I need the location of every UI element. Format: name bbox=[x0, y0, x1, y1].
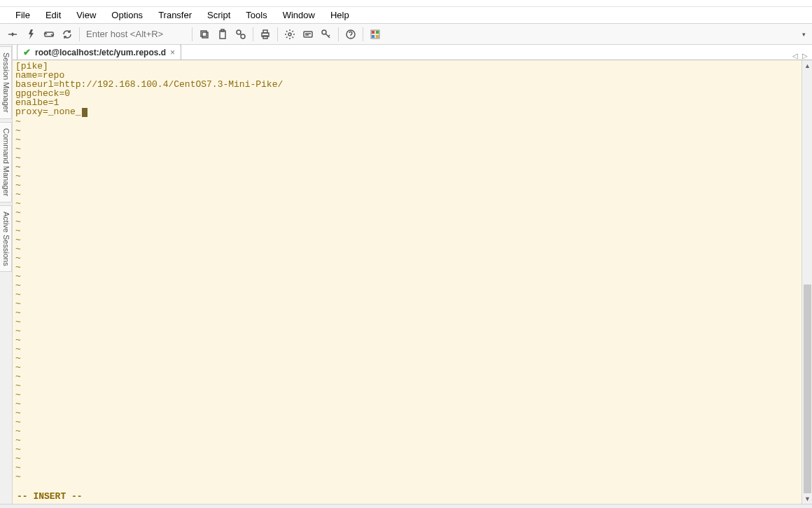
vim-empty-line: ~ bbox=[15, 418, 799, 427]
toolbar-separator bbox=[363, 27, 363, 41]
svg-rect-16 bbox=[376, 31, 379, 34]
connected-check-icon: ✔ bbox=[23, 47, 31, 57]
menu-file[interactable]: File bbox=[8, 8, 37, 22]
titlebar-stub bbox=[0, 0, 812, 7]
menu-options[interactable]: Options bbox=[104, 8, 150, 22]
toolbar-overflow-icon[interactable]: ▾ bbox=[799, 31, 808, 38]
vim-empty-line: ~ bbox=[15, 181, 799, 190]
terminal-line: enalbe=1 bbox=[15, 98, 799, 107]
scroll-up-icon[interactable]: ▲ bbox=[802, 60, 812, 71]
svg-rect-15 bbox=[372, 31, 374, 34]
vim-empty-line: ~ bbox=[15, 272, 799, 281]
vim-empty-line: ~ bbox=[15, 399, 799, 409]
vim-empty-line: ~ bbox=[15, 135, 799, 144]
cursor-icon bbox=[82, 108, 88, 117]
terminal[interactable]: [pike]name=repobaseurl=http://192.168.10… bbox=[13, 60, 802, 504]
vim-empty-line: ~ bbox=[15, 381, 799, 390]
vim-empty-line: ~ bbox=[15, 144, 799, 153]
tab-strip: ✔ root@localhost:/etc/yum.repos.d × ◁ ▷ bbox=[13, 45, 812, 60]
vim-empty-line: ~ bbox=[15, 117, 799, 126]
vim-empty-line: ~ bbox=[15, 208, 799, 217]
terminal-line: gpgcheck=0 bbox=[15, 89, 799, 98]
vim-empty-line: ~ bbox=[15, 363, 799, 372]
vim-empty-line: ~ bbox=[15, 245, 799, 254]
menu-script[interactable]: Script bbox=[200, 8, 237, 22]
reconnect-icon[interactable] bbox=[41, 26, 57, 43]
vim-empty-line: ~ bbox=[15, 436, 799, 445]
tab-prev-icon[interactable]: ◁ bbox=[792, 52, 798, 60]
host-input[interactable] bbox=[83, 27, 188, 41]
scroll-down-icon[interactable]: ▼ bbox=[802, 493, 812, 504]
vim-empty-line: ~ bbox=[15, 254, 799, 263]
key-icon[interactable] bbox=[318, 26, 335, 43]
tab-next-icon[interactable]: ▷ bbox=[802, 52, 808, 60]
svg-rect-17 bbox=[372, 35, 374, 38]
vim-empty-line: ~ bbox=[15, 126, 799, 135]
vim-empty-line: ~ bbox=[15, 281, 799, 290]
terminal-line: baseurl=http://192.168.100.4/CentOS7.3-M… bbox=[15, 80, 799, 89]
vim-empty-line: ~ bbox=[15, 336, 799, 345]
connect-icon[interactable] bbox=[4, 26, 21, 43]
vim-empty-line: ~ bbox=[15, 409, 799, 418]
toolbar-separator bbox=[277, 27, 278, 41]
copy-icon[interactable] bbox=[196, 26, 213, 43]
menu-edit[interactable]: Edit bbox=[38, 8, 68, 22]
status-bar bbox=[0, 504, 812, 508]
tab-nav: ◁ ▷ bbox=[792, 52, 812, 60]
reconnect-all-icon[interactable] bbox=[59, 26, 76, 43]
toolbar-separator bbox=[79, 27, 80, 41]
side-tab-session-manager[interactable]: Session Manager bbox=[0, 46, 12, 119]
toolbar: ▾ bbox=[0, 24, 812, 45]
settings-icon[interactable] bbox=[281, 26, 298, 43]
menu-transfer[interactable]: Transfer bbox=[151, 8, 199, 22]
svg-rect-9 bbox=[263, 36, 267, 39]
find-icon[interactable] bbox=[232, 26, 249, 43]
menu-window[interactable]: Window bbox=[276, 8, 322, 22]
svg-rect-1 bbox=[201, 31, 206, 36]
vim-empty-line: ~ bbox=[15, 327, 799, 336]
paste-icon[interactable] bbox=[214, 26, 231, 43]
menu-tools[interactable]: Tools bbox=[239, 8, 274, 22]
svg-rect-11 bbox=[304, 32, 312, 37]
vim-empty-line: ~ bbox=[15, 290, 799, 299]
menu-bar: File Edit View Options Transfer Script T… bbox=[0, 7, 812, 24]
vertical-scrollbar[interactable]: ▲ ▼ bbox=[802, 60, 812, 504]
vim-empty-line: ~ bbox=[15, 217, 799, 226]
vim-empty-line: ~ bbox=[15, 445, 799, 454]
vim-empty-line: ~ bbox=[15, 472, 799, 481]
vim-empty-line: ~ bbox=[15, 354, 799, 363]
vim-empty-line: ~ bbox=[15, 299, 799, 308]
scroll-thumb[interactable] bbox=[804, 284, 811, 495]
tab-title: root@localhost:/etc/yum.repos.d bbox=[35, 48, 166, 57]
menu-view[interactable]: View bbox=[69, 8, 103, 22]
vim-empty-line: ~ bbox=[15, 308, 799, 317]
side-tab-active-sessions[interactable]: Active Sessions bbox=[0, 205, 12, 273]
help-icon[interactable] bbox=[342, 26, 359, 43]
svg-rect-18 bbox=[376, 35, 379, 38]
svg-rect-2 bbox=[202, 32, 208, 38]
terminal-line: proxy=_none_ bbox=[15, 107, 799, 117]
session-tab[interactable]: ✔ root@localhost:/etc/yum.repos.d × bbox=[17, 45, 181, 60]
toolbar-separator bbox=[192, 27, 192, 41]
app-icon[interactable] bbox=[367, 26, 384, 43]
terminal-line: [pike] bbox=[15, 62, 799, 71]
side-tab-bar: Session Manager Command Manager Active S… bbox=[0, 45, 13, 504]
vim-empty-line: ~ bbox=[15, 345, 799, 354]
menu-help[interactable]: Help bbox=[323, 8, 356, 22]
vim-empty-line: ~ bbox=[15, 390, 799, 399]
svg-rect-8 bbox=[263, 30, 267, 33]
vim-empty-line: ~ bbox=[15, 463, 799, 472]
vim-empty-line: ~ bbox=[15, 372, 799, 381]
vim-empty-line: ~ bbox=[15, 263, 799, 272]
quick-connect-icon[interactable] bbox=[22, 26, 39, 43]
side-tab-command-manager[interactable]: Command Manager bbox=[0, 122, 12, 202]
vim-empty-line: ~ bbox=[15, 235, 799, 245]
vim-empty-line: ~ bbox=[15, 427, 799, 436]
vim-empty-line: ~ bbox=[15, 317, 799, 327]
vim-empty-line: ~ bbox=[15, 190, 799, 199]
tab-close-icon[interactable]: × bbox=[170, 48, 175, 57]
session-options-icon[interactable] bbox=[300, 26, 316, 43]
vim-empty-line: ~ bbox=[15, 226, 799, 235]
svg-point-10 bbox=[288, 33, 291, 36]
print-icon[interactable] bbox=[257, 26, 274, 43]
